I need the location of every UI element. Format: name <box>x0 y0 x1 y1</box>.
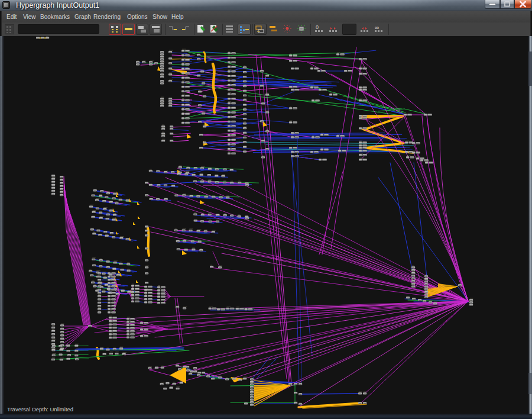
svg-text:0: 0 <box>316 24 319 30</box>
svg-text:∞: ∞ <box>375 24 379 31</box>
